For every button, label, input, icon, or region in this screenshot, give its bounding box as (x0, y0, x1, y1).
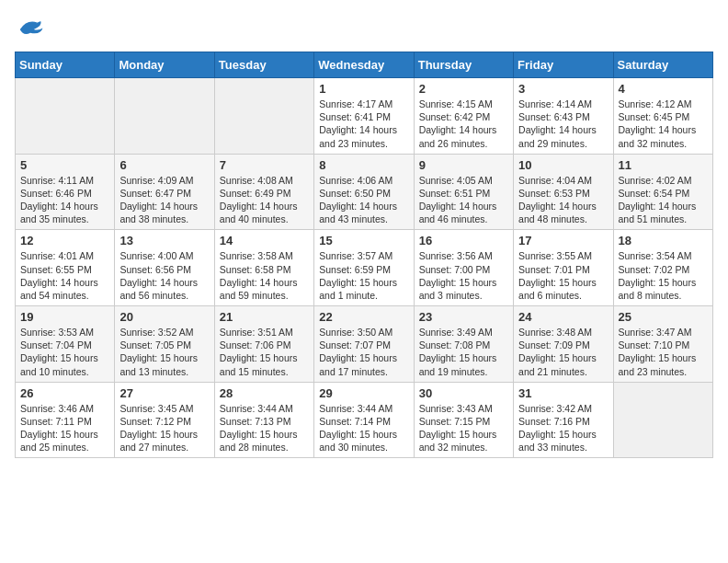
calendar-cell: 19Sunrise: 3:53 AM Sunset: 7:04 PM Dayli… (16, 306, 115, 383)
day-header-wednesday: Wednesday (314, 52, 414, 78)
day-number: 28 (220, 386, 309, 400)
calendar-cell: 30Sunrise: 3:43 AM Sunset: 7:15 PM Dayli… (414, 382, 513, 458)
day-content: Sunrise: 3:54 AM Sunset: 7:02 PM Dayligh… (619, 249, 708, 302)
day-content: Sunrise: 4:01 AM Sunset: 6:55 PM Dayligh… (20, 249, 109, 302)
day-content: Sunrise: 3:52 AM Sunset: 7:05 PM Dayligh… (119, 326, 209, 378)
days-of-week-row: SundayMondayTuesdayWednesdayThursdayFrid… (16, 52, 713, 78)
calendar-cell: 14Sunrise: 3:58 AM Sunset: 6:58 PM Dayli… (214, 230, 313, 306)
calendar-cell: 27Sunrise: 3:45 AM Sunset: 7:12 PM Dayli… (115, 382, 214, 458)
day-number: 6 (119, 158, 209, 172)
day-number: 31 (518, 386, 608, 400)
day-number: 8 (319, 158, 408, 172)
day-content: Sunrise: 4:04 AM Sunset: 6:53 PM Dayligh… (518, 174, 608, 226)
calendar-cell: 23Sunrise: 3:49 AM Sunset: 7:08 PM Dayli… (414, 306, 513, 383)
calendar-cell: 17Sunrise: 3:55 AM Sunset: 7:01 PM Dayli… (514, 230, 613, 306)
calendar-cell: 28Sunrise: 3:44 AM Sunset: 7:13 PM Dayli… (214, 382, 313, 458)
day-content: Sunrise: 4:06 AM Sunset: 6:50 PM Dayligh… (319, 174, 408, 226)
day-header-saturday: Saturday (613, 52, 712, 78)
calendar-cell: 6Sunrise: 4:09 AM Sunset: 6:47 PM Daylig… (115, 154, 214, 230)
day-number: 10 (518, 158, 608, 172)
calendar-cell: 24Sunrise: 3:48 AM Sunset: 7:09 PM Dayli… (514, 306, 613, 383)
day-content: Sunrise: 3:45 AM Sunset: 7:12 PM Dayligh… (119, 402, 209, 454)
calendar-header: SundayMondayTuesdayWednesdayThursdayFrid… (16, 52, 713, 78)
day-number: 16 (419, 234, 508, 247)
day-number: 13 (119, 234, 209, 247)
day-header-tuesday: Tuesday (214, 52, 313, 78)
day-number: 18 (619, 234, 708, 247)
day-header-sunday: Sunday (16, 52, 115, 78)
day-number: 17 (518, 234, 608, 247)
day-number: 11 (619, 158, 708, 172)
day-number: 9 (419, 158, 508, 172)
logo-text (15, 15, 44, 40)
day-content: Sunrise: 4:00 AM Sunset: 6:56 PM Dayligh… (119, 249, 209, 302)
calendar-cell: 13Sunrise: 4:00 AM Sunset: 6:56 PM Dayli… (115, 230, 214, 306)
calendar-cell (115, 78, 214, 155)
day-content: Sunrise: 3:53 AM Sunset: 7:04 PM Dayligh… (20, 326, 109, 378)
calendar-cell: 8Sunrise: 4:06 AM Sunset: 6:50 PM Daylig… (314, 154, 414, 230)
day-number: 2 (419, 82, 508, 96)
calendar-cell: 11Sunrise: 4:02 AM Sunset: 6:54 PM Dayli… (613, 154, 712, 230)
day-number: 14 (220, 234, 309, 247)
day-header-monday: Monday (115, 52, 214, 78)
week-row-3: 12Sunrise: 4:01 AM Sunset: 6:55 PM Dayli… (16, 230, 713, 306)
day-number: 30 (419, 386, 508, 400)
calendar-cell: 4Sunrise: 4:12 AM Sunset: 6:45 PM Daylig… (613, 78, 712, 155)
day-content: Sunrise: 3:44 AM Sunset: 7:14 PM Dayligh… (319, 402, 408, 454)
calendar-cell: 3Sunrise: 4:14 AM Sunset: 6:43 PM Daylig… (514, 78, 613, 155)
calendar-cell: 31Sunrise: 3:42 AM Sunset: 7:16 PM Dayli… (514, 382, 613, 458)
week-row-5: 26Sunrise: 3:46 AM Sunset: 7:11 PM Dayli… (16, 382, 713, 458)
calendar-cell: 15Sunrise: 3:57 AM Sunset: 6:59 PM Dayli… (314, 230, 414, 306)
day-number: 3 (518, 82, 608, 96)
day-content: Sunrise: 3:51 AM Sunset: 7:06 PM Dayligh… (220, 326, 309, 378)
day-content: Sunrise: 4:08 AM Sunset: 6:49 PM Dayligh… (220, 174, 309, 226)
calendar-cell: 21Sunrise: 3:51 AM Sunset: 7:06 PM Dayli… (214, 306, 313, 383)
day-number: 25 (619, 310, 708, 324)
calendar-cell: 2Sunrise: 4:15 AM Sunset: 6:42 PM Daylig… (414, 78, 513, 155)
day-number: 20 (119, 310, 209, 324)
calendar-cell (16, 78, 115, 155)
day-content: Sunrise: 4:02 AM Sunset: 6:54 PM Dayligh… (619, 174, 708, 226)
calendar-cell: 22Sunrise: 3:50 AM Sunset: 7:07 PM Dayli… (314, 306, 414, 383)
calendar-cell (613, 382, 712, 458)
calendar-cell: 9Sunrise: 4:05 AM Sunset: 6:51 PM Daylig… (414, 154, 513, 230)
day-content: Sunrise: 4:09 AM Sunset: 6:47 PM Dayligh… (119, 174, 209, 226)
day-content: Sunrise: 3:43 AM Sunset: 7:15 PM Dayligh… (419, 402, 508, 454)
day-number: 24 (518, 310, 608, 324)
day-number: 7 (220, 158, 309, 172)
day-content: Sunrise: 4:17 AM Sunset: 6:41 PM Dayligh… (319, 98, 408, 150)
day-content: Sunrise: 4:05 AM Sunset: 6:51 PM Dayligh… (419, 174, 508, 226)
day-header-thursday: Thursday (414, 52, 513, 78)
day-content: Sunrise: 3:48 AM Sunset: 7:09 PM Dayligh… (518, 326, 608, 378)
day-content: Sunrise: 3:56 AM Sunset: 7:00 PM Dayligh… (419, 249, 508, 302)
day-content: Sunrise: 4:15 AM Sunset: 6:42 PM Dayligh… (419, 98, 508, 150)
day-content: Sunrise: 3:46 AM Sunset: 7:11 PM Dayligh… (20, 402, 109, 454)
day-content: Sunrise: 4:11 AM Sunset: 6:46 PM Dayligh… (20, 174, 109, 226)
calendar-table: SundayMondayTuesdayWednesdayThursdayFrid… (15, 52, 713, 458)
page-header (15, 15, 713, 40)
calendar-cell: 26Sunrise: 3:46 AM Sunset: 7:11 PM Dayli… (16, 382, 115, 458)
day-number: 21 (220, 310, 309, 324)
day-content: Sunrise: 3:49 AM Sunset: 7:08 PM Dayligh… (419, 326, 508, 378)
day-content: Sunrise: 4:14 AM Sunset: 6:43 PM Dayligh… (518, 98, 608, 150)
day-number: 5 (20, 158, 109, 172)
day-number: 27 (119, 386, 209, 400)
day-content: Sunrise: 3:57 AM Sunset: 6:59 PM Dayligh… (319, 249, 408, 302)
day-header-friday: Friday (514, 52, 613, 78)
day-content: Sunrise: 4:12 AM Sunset: 6:45 PM Dayligh… (619, 98, 708, 150)
calendar-cell: 5Sunrise: 4:11 AM Sunset: 6:46 PM Daylig… (16, 154, 115, 230)
day-number: 23 (419, 310, 508, 324)
calendar-cell: 1Sunrise: 4:17 AM Sunset: 6:41 PM Daylig… (314, 78, 414, 155)
day-number: 22 (319, 310, 408, 324)
calendar-cell: 25Sunrise: 3:47 AM Sunset: 7:10 PM Dayli… (613, 306, 712, 383)
day-number: 19 (20, 310, 109, 324)
calendar-cell: 20Sunrise: 3:52 AM Sunset: 7:05 PM Dayli… (115, 306, 214, 383)
calendar-cell: 12Sunrise: 4:01 AM Sunset: 6:55 PM Dayli… (16, 230, 115, 306)
logo-bird-icon (17, 15, 44, 40)
calendar-cell (214, 78, 313, 155)
logo (15, 15, 46, 40)
calendar-cell: 16Sunrise: 3:56 AM Sunset: 7:00 PM Dayli… (414, 230, 513, 306)
day-number: 26 (20, 386, 109, 400)
day-number: 15 (319, 234, 408, 247)
day-number: 12 (20, 234, 109, 247)
